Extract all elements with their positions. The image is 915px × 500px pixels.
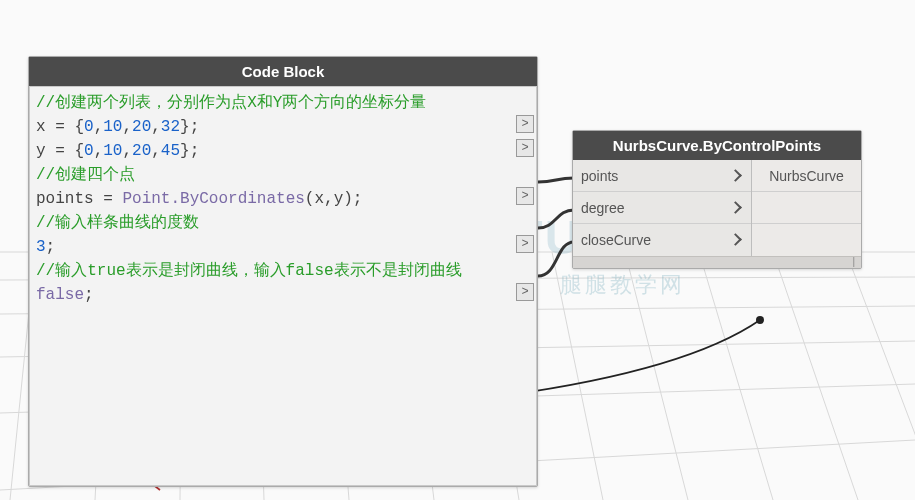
chevron-right-icon (729, 169, 743, 183)
code-comment: //创建两个列表，分别作为点X和Y两个方向的坐标分量 (36, 94, 426, 112)
output-port-y[interactable]: > (516, 139, 534, 157)
chevron-right-icon (729, 233, 743, 247)
output-port-points[interactable]: > (516, 187, 534, 205)
input-label: closeCurve (581, 232, 729, 248)
nurbscurve-node[interactable]: NurbsCurve.ByControlPoints points degree… (572, 130, 862, 269)
output-port-x[interactable]: > (516, 115, 534, 133)
node-footer: | (573, 256, 861, 268)
viewport[interactable]: TUITUISOFT 腿腿教学网 Code Block //创建两个列表，分别作… (0, 0, 915, 500)
svg-point-3 (756, 316, 764, 324)
output-label: NurbsCurve (769, 168, 844, 184)
output-port-degree[interactable]: > (516, 235, 534, 253)
input-label: degree (581, 200, 729, 216)
chevron-right-icon (729, 201, 743, 215)
code-comment: //创建四个点 (36, 166, 135, 184)
output-port-empty (752, 192, 861, 224)
input-port-closecurve[interactable]: closeCurve (573, 224, 751, 256)
output-port-nurbscurve[interactable]: NurbsCurve (752, 160, 861, 192)
code-block-node[interactable]: Code Block //创建两个列表，分别作为点X和Y两个方向的坐标分量x =… (28, 56, 538, 487)
input-label: points (581, 168, 729, 184)
output-port-empty (752, 224, 861, 256)
code-block-body[interactable]: //创建两个列表，分别作为点X和Y两个方向的坐标分量x = {0,10,20,3… (29, 86, 537, 486)
input-port-degree[interactable]: degree (573, 192, 751, 224)
code-block-header[interactable]: Code Block (29, 57, 537, 86)
code-comment: //输入样条曲线的度数 (36, 214, 199, 232)
nurbscurve-header[interactable]: NurbsCurve.ByControlPoints (573, 131, 861, 160)
output-port-close[interactable]: > (516, 283, 534, 301)
input-port-points[interactable]: points (573, 160, 751, 192)
